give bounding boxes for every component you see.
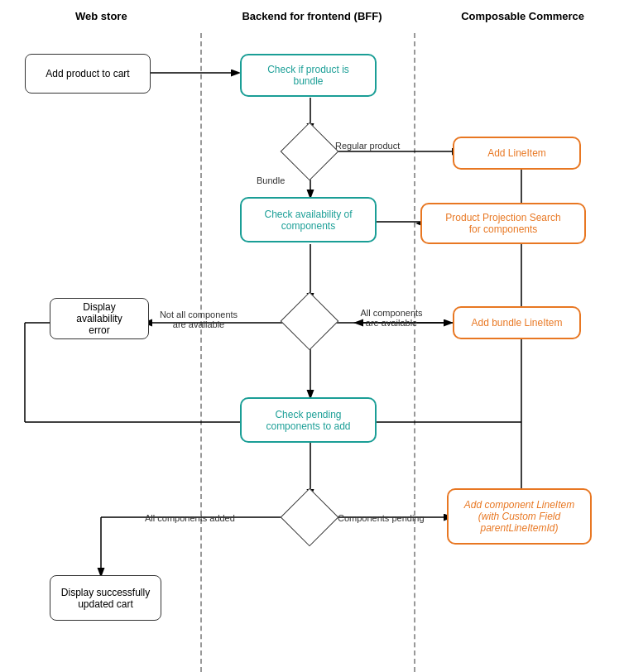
col2-header: Backend for frontend (BFF) [242, 10, 382, 22]
regular-product-label: Regular product [335, 141, 400, 151]
components-pending-label: Components pending [338, 513, 425, 523]
all-added-label: All components added [145, 513, 235, 523]
diamond3 [289, 497, 334, 541]
display-success-node: Display successfully updated cart [50, 575, 161, 621]
add-product-cart-node: Add product to cart [25, 54, 151, 94]
dashed-line-2 [414, 33, 415, 672]
col3-header: Composable Commerce [461, 10, 584, 22]
check-availability-node: Check availability of components [240, 197, 377, 242]
check-pending-node: Check pending components to add [240, 397, 377, 443]
check-bundle-node: Check if product is bundle [240, 54, 377, 97]
diamond1 [289, 131, 332, 174]
not-available-label: Not all components are available [145, 310, 252, 329]
add-bundle-line-item-node: Add bundle LineItem [453, 306, 581, 339]
diamond2 [289, 300, 334, 345]
col1-header: Web store [75, 10, 127, 22]
diagram-container: Web store Backend for frontend (BFF) Com… [0, 0, 624, 672]
add-line-item-node: Add LineItem [453, 137, 581, 170]
all-available-label: All components are available [338, 308, 445, 328]
display-error-node: Display availability error [50, 298, 149, 339]
add-component-line-item-node: Add component LineItem (with Custom Fiel… [447, 488, 592, 545]
bundle-label: Bundle [257, 175, 285, 185]
product-projection-node: Product Projection Search for components [420, 203, 586, 244]
column-headers: Web store Backend for frontend (BFF) Com… [0, 8, 624, 23]
dashed-line-1 [200, 33, 202, 672]
